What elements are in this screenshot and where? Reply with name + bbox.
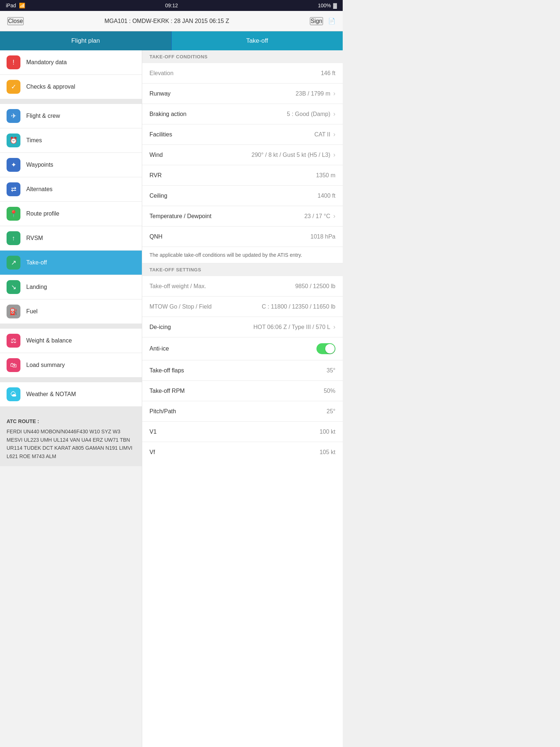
runway-row[interactable]: Runway 23B / 1799 m › bbox=[142, 84, 343, 104]
sidebar-item-rvsm[interactable]: ↑ RVSM bbox=[0, 226, 142, 251]
status-bar: iPad 📶 09:12 100% ▓ bbox=[0, 0, 343, 11]
runway-value: 23B / 1799 m › bbox=[296, 90, 335, 97]
deicing-chevron: › bbox=[333, 323, 335, 331]
sidebar-item-landing[interactable]: ↘ Landing bbox=[0, 275, 142, 299]
facilities-row[interactable]: Facilities CAT II › bbox=[142, 124, 343, 145]
sidebar-gap-4 bbox=[0, 406, 142, 411]
sidebar-item-waypoints[interactable]: ✦ Waypoints bbox=[0, 153, 142, 177]
runway-chevron: › bbox=[333, 90, 335, 97]
temp-dewpoint-row[interactable]: Temperature / Dewpoint 23 / 17 °C › bbox=[142, 206, 343, 227]
rvr-label: RVR bbox=[149, 172, 162, 179]
sidebar-item-weather-notam[interactable]: 🌤 Weather & NOTAM bbox=[0, 382, 142, 406]
waypoints-label: Waypoints bbox=[26, 162, 53, 168]
temp-dewpoint-label: Temperature / Dewpoint bbox=[149, 213, 211, 220]
alternates-label: Alternates bbox=[26, 186, 52, 193]
sidebar: ! Mandatory data ✓ Checks & approval ✈ F… bbox=[0, 50, 142, 747]
route-profile-icon: 📍 bbox=[7, 207, 20, 221]
braking-chevron: › bbox=[333, 110, 335, 118]
nav-right-actions: Sign 📄 bbox=[310, 17, 335, 25]
document-icon[interactable]: 📄 bbox=[328, 18, 335, 24]
weather-notam-icon: 🌤 bbox=[7, 387, 20, 401]
tab-takeoff[interactable]: Take-off bbox=[172, 31, 343, 50]
weather-notam-label: Weather & NOTAM bbox=[26, 391, 76, 398]
tab-header: Flight plan Take-off bbox=[0, 31, 343, 50]
wind-row[interactable]: Wind 290° / 8 kt / Gust 5 kt (H5 / L3) › bbox=[142, 145, 343, 165]
battery-icon: ▓ bbox=[333, 3, 337, 8]
status-time: 09:12 bbox=[165, 3, 178, 8]
elevation-label: Elevation bbox=[149, 70, 174, 77]
tab-flight-plan[interactable]: Flight plan bbox=[0, 31, 172, 50]
temp-chevron: › bbox=[333, 212, 335, 220]
checks-approval-icon: ✓ bbox=[7, 80, 20, 94]
mandatory-data-label: Mandatory data bbox=[26, 59, 67, 66]
sidebar-item-weight-balance[interactable]: ⚖ Weight & balance bbox=[0, 329, 142, 353]
takeoff-weight-label: Take-off weight / Max. bbox=[149, 283, 206, 290]
load-summary-label: Load summary bbox=[26, 362, 65, 368]
v1-label: V1 bbox=[149, 429, 157, 435]
vf-row: Vf 105 kt bbox=[142, 442, 343, 462]
sidebar-item-checks-approval[interactable]: ✓ Checks & approval bbox=[0, 75, 142, 99]
takeoff-flaps-label: Take-off flaps bbox=[149, 367, 184, 374]
deicing-label: De-icing bbox=[149, 324, 171, 330]
landing-label: Landing bbox=[26, 284, 47, 290]
route-profile-label: Route profile bbox=[26, 210, 59, 217]
close-button[interactable]: Close bbox=[7, 17, 24, 25]
sidebar-item-route-profile[interactable]: 📍 Route profile bbox=[0, 202, 142, 226]
rvsm-icon: ↑ bbox=[7, 231, 20, 245]
sidebar-item-fuel[interactable]: ⛽ Fuel bbox=[0, 299, 142, 324]
ipad-label: iPad bbox=[6, 3, 16, 8]
qnh-row: QNH 1018 hPa bbox=[142, 227, 343, 247]
sidebar-item-flight-crew[interactable]: ✈ Flight & crew bbox=[0, 104, 142, 128]
anti-ice-label: Anti-ice bbox=[149, 345, 169, 352]
rvr-row: RVR 1350 m bbox=[142, 165, 343, 186]
takeoff-rpm-row: Take-off RPM 50% bbox=[142, 381, 343, 401]
facilities-value: CAT II › bbox=[314, 131, 335, 138]
mtow-row: MTOW Go / Stop / Field C : 11800 / 12350… bbox=[142, 297, 343, 317]
sidebar-item-load-summary[interactable]: 🛍 Load summary bbox=[0, 353, 142, 377]
flight-crew-label: Flight & crew bbox=[26, 113, 60, 119]
landing-icon: ↘ bbox=[7, 280, 20, 294]
atc-route-section: ATC ROUTE : FERDI UN440 MOBON/N0446F430 … bbox=[0, 411, 142, 466]
takeoff-weight-row: Take-off weight / Max. 9850 / 12500 lb bbox=[142, 276, 343, 297]
deicing-row[interactable]: De-icing HOT 06:06 Z / Type III / 570 L … bbox=[142, 317, 343, 337]
flight-crew-icon: ✈ bbox=[7, 109, 20, 123]
mandatory-data-icon: ! bbox=[7, 55, 20, 69]
sidebar-item-times[interactable]: ⏰ Times bbox=[0, 128, 142, 153]
takeoff-settings-header: TAKE-OFF SETTINGS bbox=[142, 263, 343, 276]
braking-action-label: Braking action bbox=[149, 111, 186, 117]
sidebar-gap-2 bbox=[0, 324, 142, 329]
anti-ice-row[interactable]: Anti-ice bbox=[142, 337, 343, 360]
takeoff-rpm-value: 50% bbox=[324, 388, 335, 394]
sidebar-item-takeoff[interactable]: ↗ Take-off bbox=[0, 251, 142, 275]
facilities-chevron: › bbox=[333, 131, 335, 138]
status-left: iPad 📶 bbox=[6, 3, 25, 8]
battery-percent: 100% bbox=[318, 3, 331, 8]
pitch-path-value: 25° bbox=[327, 408, 335, 415]
anti-ice-toggle[interactable] bbox=[316, 343, 335, 354]
sidebar-gap-1 bbox=[0, 99, 142, 104]
vf-value: 105 kt bbox=[319, 449, 335, 456]
wind-chevron: › bbox=[333, 151, 335, 159]
takeoff-conditions-header: TAKE-OFF CONDITIONS bbox=[142, 50, 343, 63]
elevation-row: Elevation 146 ft bbox=[142, 63, 343, 84]
takeoff-label: Take-off bbox=[26, 259, 47, 266]
sidebar-item-alternates[interactable]: ⇄ Alternates bbox=[0, 177, 142, 202]
sign-button[interactable]: Sign bbox=[310, 17, 323, 25]
facilities-label: Facilities bbox=[149, 131, 172, 138]
braking-action-row[interactable]: Braking action 5 : Good (Damp) › bbox=[142, 104, 343, 124]
takeoff-weight-value: 9850 / 12500 lb bbox=[295, 283, 335, 290]
takeoff-rpm-label: Take-off RPM bbox=[149, 388, 185, 394]
flight-title: MGA101 : OMDW-EKRK : 28 JAN 2015 06:15 Z bbox=[104, 18, 229, 24]
sidebar-group-3: ⚖ Weight & balance 🛍 Load summary bbox=[0, 329, 142, 377]
mtow-label: MTOW Go / Stop / Field bbox=[149, 303, 211, 310]
wind-label: Wind bbox=[149, 152, 163, 158]
sidebar-group-4: 🌤 Weather & NOTAM bbox=[0, 382, 142, 406]
takeoff-flaps-row: Take-off flaps 35° bbox=[142, 360, 343, 381]
sidebar-gap-3 bbox=[0, 377, 142, 382]
ceiling-value: 1400 ft bbox=[318, 193, 335, 199]
sidebar-group-1: ! Mandatory data ✓ Checks & approval bbox=[0, 50, 142, 99]
qnh-label: QNH bbox=[149, 233, 163, 240]
status-right: 100% ▓ bbox=[318, 3, 337, 8]
atc-route-text: FERDI UN440 MOBON/N0446F430 W10 SYZ W3 M… bbox=[7, 427, 135, 460]
sidebar-item-mandatory-data[interactable]: ! Mandatory data bbox=[0, 50, 142, 75]
